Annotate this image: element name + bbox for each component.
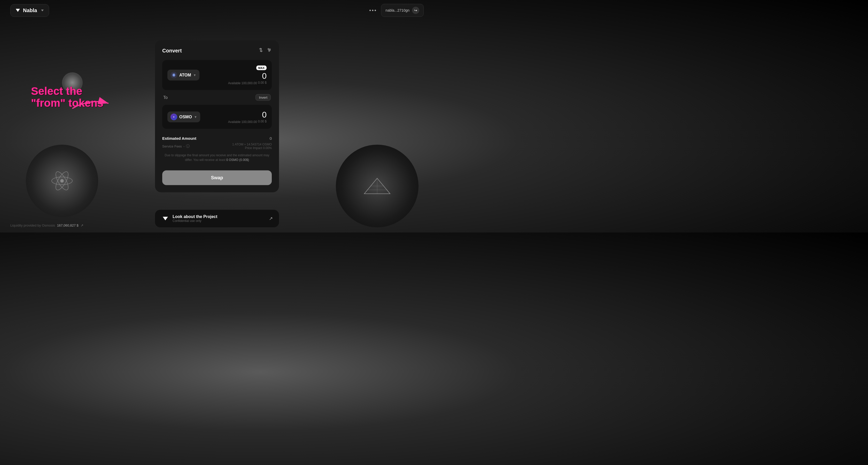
osmo-icon: ✦	[170, 114, 177, 120]
project-card-left: Look about the Project Confidential use …	[161, 214, 217, 223]
svg-point-13	[268, 49, 269, 50]
more-options-button[interactable]: •••	[369, 7, 377, 13]
project-info: Look about the Project Confidential use …	[173, 214, 217, 223]
project-card[interactable]: Look about the Project Confidential use …	[155, 210, 279, 227]
from-available-text: Available 100,000.00	[228, 82, 257, 85]
footer-amount: 167,060,827 $	[57, 223, 79, 227]
from-token-name: ATOM	[179, 73, 191, 78]
invert-button[interactable]: Invert	[255, 94, 271, 101]
estimated-value: 0	[270, 136, 272, 141]
estimated-label: Estimated Amount	[162, 136, 196, 141]
footer-external-link-icon[interactable]: ↗	[81, 223, 84, 227]
atom-icon	[170, 72, 177, 79]
from-token-selector[interactable]: ATOM ▼	[167, 70, 199, 81]
to-token-name: OSMO	[179, 115, 192, 119]
panel-title: Convert	[162, 48, 182, 54]
from-token-chevron-icon: ▼	[193, 73, 196, 77]
bg-circle-atom	[26, 145, 98, 217]
to-divider: To Invert	[162, 94, 272, 101]
annotation: Select the "from" tokens	[31, 85, 103, 109]
to-amount-value: 0	[228, 110, 267, 120]
to-token-selector[interactable]: ✦ OSMO ▼	[167, 111, 200, 122]
to-available-text: Available 100,000.00	[228, 120, 257, 124]
from-usd-value: 0.00 $	[258, 81, 267, 85]
project-logo-icon	[161, 214, 169, 223]
to-usd-value: 0.00 $	[258, 120, 267, 124]
footer-liquidity-label: Liquidity provided by Osmosis	[10, 223, 55, 227]
slippage-amount: 0 OSMO (0.00$)	[226, 158, 249, 162]
to-token-section: ✦ OSMO ▼ 0 Available 100,000.00 0.00 $	[162, 105, 272, 129]
filter-settings-button[interactable]	[267, 48, 272, 54]
switch-direction-button[interactable]	[258, 48, 264, 54]
svg-point-14	[270, 50, 271, 51]
logo-button[interactable]: Nabla	[10, 4, 49, 17]
wallet-address: nabla...2710gn	[385, 8, 409, 12]
from-amount-value: 0	[228, 71, 267, 81]
logo-name: Nabla	[23, 7, 37, 13]
fees-info-icon[interactable]: i	[186, 145, 190, 148]
swap-button[interactable]: Swap	[162, 170, 272, 185]
panel-header: Convert	[162, 48, 272, 54]
annotation-arrow-icon	[70, 93, 111, 114]
exchange-rate: 1 ATOM ≈ 14.543714 OSMO	[232, 143, 272, 146]
svg-point-16	[173, 75, 175, 76]
to-token-row: ✦ OSMO ▼ 0 Available 100,000.00 0.00 $	[167, 110, 267, 124]
project-arrow-icon[interactable]: ↗	[269, 216, 273, 221]
estimated-section: Estimated Amount 0 Service Fees - i 1 AT…	[162, 133, 272, 168]
fees-label: Service Fees - i	[162, 144, 190, 148]
exit-icon: ↪	[412, 7, 419, 14]
header-right: ••• nabla...2710gn ↪	[369, 4, 424, 17]
logo-chevron-icon	[41, 9, 44, 11]
svg-point-0	[60, 179, 64, 182]
project-title: Look about the Project	[173, 214, 217, 219]
bg-circle-nabla	[336, 145, 418, 227]
estimated-row: Estimated Amount 0	[162, 136, 272, 141]
slippage-note: Due to slippage the final amount you rec…	[162, 153, 272, 162]
panel-icons	[258, 48, 272, 54]
from-amount-area: MAX 0 Available 100,000.00 0.00 $	[228, 65, 267, 85]
nabla-logo-icon	[16, 9, 20, 12]
project-subtitle: Confidential use only	[173, 219, 217, 223]
wallet-button[interactable]: nabla...2710gn ↪	[381, 4, 424, 17]
to-label: To	[163, 95, 168, 100]
footer: Liquidity provided by Osmosis 167,060,82…	[10, 223, 84, 227]
from-token-section: ATOM ▼ MAX 0 Available 100,000.00 0.00 $	[162, 60, 272, 90]
max-button[interactable]: MAX	[256, 66, 267, 70]
header: Nabla ••• nabla...2710gn ↪	[0, 0, 434, 21]
from-token-row: ATOM ▼ MAX 0 Available 100,000.00 0.00 $	[167, 65, 267, 85]
svg-point-15	[269, 51, 270, 52]
to-token-chevron-icon: ▼	[194, 115, 197, 119]
convert-panel: Convert	[155, 40, 279, 192]
price-impact: Price Impact 0.00%	[232, 146, 272, 150]
to-amount-area: 0 Available 100,000.00 0.00 $	[228, 110, 267, 124]
fees-row: Service Fees - i 1 ATOM ≈ 14.543714 OSMO…	[162, 143, 272, 150]
